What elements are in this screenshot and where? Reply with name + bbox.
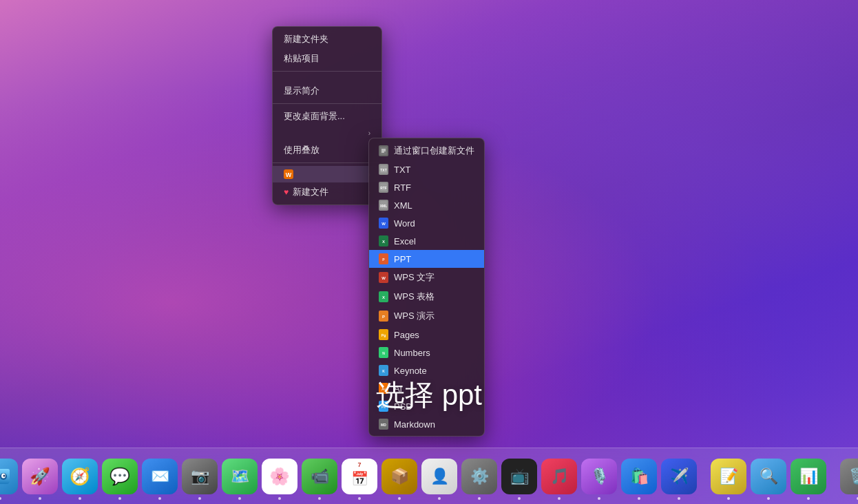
pages-icon: Pg <box>379 329 388 340</box>
svg-text:K: K <box>382 369 385 373</box>
submenu-item-wps-text[interactable]: W WPS 文字 <box>369 268 484 287</box>
submenu-item-wps-table[interactable]: X WPS 表格 <box>369 287 484 306</box>
context-menu-common-dirs[interactable]: ♥ 新建文件 › <box>273 182 381 202</box>
submenu-item-create-via-window[interactable]: 通过窗口创建新文件 <box>369 141 484 160</box>
submenu-item-wps-present[interactable]: P WPS 演示 <box>369 306 484 326</box>
dock-app-maps[interactable]: 🗺️ <box>222 459 258 494</box>
context-menu-divider-1 <box>273 71 381 72</box>
submenu-item-rtf[interactable]: RTF RTF <box>369 178 484 196</box>
context-menu-use-stacks[interactable]: 更改桌面背景... <box>273 107 381 126</box>
xml-icon: XML <box>379 200 388 211</box>
dock-app-appletv[interactable]: 📺 <box>501 459 537 494</box>
dock-app-appstore[interactable]: 🛍️ <box>621 459 657 494</box>
wps-icon: W <box>284 169 293 179</box>
svg-text:N: N <box>382 351 385 355</box>
dock-app-photos[interactable]: 🌸 <box>262 459 297 494</box>
dock-app-facetime[interactable]: 📹 <box>302 459 337 494</box>
dock-app-contacts[interactable]: 👤 <box>421 459 457 494</box>
dock-app-music[interactable]: 🎵 <box>541 459 577 494</box>
svg-text:W: W <box>286 171 292 178</box>
word-icon: W <box>379 218 388 229</box>
dock-app-finder[interactable] <box>0 459 18 494</box>
dock-app-testflight[interactable]: ✈️ <box>661 459 697 494</box>
submenu-item-pages[interactable]: Pg Pages <box>369 326 484 344</box>
dock-app-keka[interactable]: 📦 <box>381 459 417 494</box>
context-menu-show-info[interactable] <box>273 74 381 81</box>
svg-text:X: X <box>382 240 385 244</box>
wps-present-icon: P <box>379 311 388 322</box>
context-menu-change-bg[interactable]: 显示简介 <box>273 81 381 101</box>
svg-text:P: P <box>382 315 385 319</box>
dock-app-notes[interactable]: 📝 <box>711 459 746 494</box>
svg-text:XML: XML <box>380 204 387 208</box>
context-menu-paste[interactable]: 粘贴项目 <box>273 49 381 68</box>
submenu-item-word[interactable]: W Word <box>369 214 484 232</box>
dock-app-messages[interactable]: 💬 <box>102 459 138 494</box>
wps-table-icon: X <box>379 291 388 302</box>
svg-text:TXT: TXT <box>380 168 386 172</box>
svg-point-44 <box>3 474 6 476</box>
context-menu-divider-2 <box>273 103 381 104</box>
dock-app-screenshot[interactable]: 📷 <box>182 459 218 494</box>
svg-text:X: X <box>382 295 385 300</box>
context-menu-show-options[interactable]: 使用叠放 <box>273 140 381 160</box>
txt-icon: TXT <box>379 164 388 175</box>
context-menu-divider-3 <box>273 162 381 163</box>
context-menu-new-file[interactable]: W › <box>273 166 381 182</box>
heart-icon: ♥ <box>284 187 289 197</box>
dock-app-mail[interactable]: ✉️ <box>142 459 178 494</box>
svg-text:W: W <box>381 276 386 280</box>
caption-text: 选择 ppt <box>376 376 482 414</box>
desktop: 新建文件夹 粘贴项目 显示简介 更改桌面背景... › 使用叠放 <box>0 0 858 504</box>
dock-app-calendar[interactable]: 7 📅 <box>342 459 377 494</box>
svg-text:RTF: RTF <box>380 186 387 190</box>
dock-app-numbers[interactable]: 📊 <box>791 459 826 494</box>
create-window-icon <box>379 145 388 156</box>
dock: 🚀 🧭 💬 ✉️ 📷 🗺️ 🌸 📹 7 <box>0 448 858 504</box>
excel-icon: X <box>379 235 388 246</box>
context-menu: 新建文件夹 粘贴项目 显示简介 更改桌面背景... › 使用叠放 <box>272 26 382 205</box>
dock-app-launchpad[interactable]: 🚀 <box>22 459 58 494</box>
svg-text:W: W <box>381 222 386 226</box>
submenu-item-txt[interactable]: TXT TXT <box>369 160 484 178</box>
submenu-item-xml[interactable]: XML XML <box>369 196 484 214</box>
dock-app-screenium[interactable]: 🔍 <box>751 459 786 494</box>
markdown-icon: MD <box>379 419 388 430</box>
submenu-item-ppt[interactable]: P PPT <box>369 250 484 268</box>
numbers-icon: N <box>379 347 388 358</box>
context-menu-sort-by[interactable]: › <box>273 126 381 140</box>
rtf-icon: RTF <box>379 182 388 193</box>
submenu-item-numbers[interactable]: N Numbers <box>369 344 484 361</box>
dock-app-safari[interactable]: 🧭 <box>62 459 98 494</box>
ppt-icon: P <box>379 253 388 264</box>
dock-app-trash[interactable]: 🗑️ <box>840 459 858 494</box>
submenu-item-markdown[interactable]: MD Markdown <box>369 415 484 433</box>
dock-app-settings[interactable]: ⚙️ <box>461 459 497 494</box>
submenu-item-excel[interactable]: X Excel <box>369 232 484 250</box>
context-menu-new-folder[interactable]: 新建文件夹 <box>273 30 381 49</box>
keynote-icon: K <box>379 365 388 376</box>
svg-text:MD: MD <box>381 423 386 427</box>
svg-text:Pg: Pg <box>381 333 386 337</box>
wps-text-icon: W <box>379 272 388 283</box>
dock-app-podcasts[interactable]: 🎙️ <box>581 459 617 494</box>
sort-by-arrow-icon: › <box>368 129 370 137</box>
